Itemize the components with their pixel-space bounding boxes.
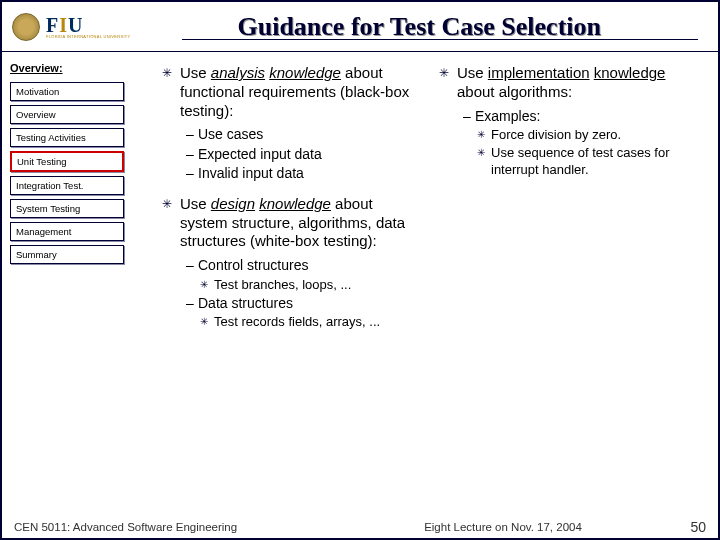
text: Use: [180, 195, 211, 212]
sidebar-item-testing-activities[interactable]: Testing Activities: [10, 128, 124, 147]
sub-sub-bullet: Force division by zero.: [439, 127, 698, 143]
text-underlined: design: [211, 195, 255, 212]
column-left: Use analysis knowledge about functional …: [162, 64, 421, 508]
logo-subtitle: FLORIDA INTERNATIONAL UNIVERSITY: [46, 35, 131, 39]
sidebar-item-system-testing[interactable]: System Testing: [10, 199, 124, 218]
sidebar-item-motivation[interactable]: Motivation: [10, 82, 124, 101]
sidebar-item-unit-testing[interactable]: Unit Testing: [10, 151, 124, 172]
sidebar-item-management[interactable]: Management: [10, 222, 124, 241]
sidebar-item-integration-test[interactable]: Integration Test.: [10, 176, 124, 195]
sub-sub-bullet: Use sequence of test cases for interrupt…: [439, 145, 698, 178]
logo: FIU FLORIDA INTERNATIONAL UNIVERSITY: [12, 13, 131, 41]
sub-bullet: Data structures: [162, 295, 421, 313]
sub-sub-bullet: Test branches, loops, ...: [162, 277, 421, 293]
text: Use: [180, 64, 211, 81]
column-right: Use implementation knowledge about algor…: [439, 64, 698, 508]
content-area: Use analysis knowledge about functional …: [132, 52, 718, 516]
footer: CEN 5011: Advanced Software Engineering …: [2, 516, 718, 538]
footer-lecture: Eight Lecture on Nov. 17, 2004: [340, 521, 666, 533]
bullet-analysis: Use analysis knowledge about functional …: [162, 64, 421, 120]
bullet-implementation: Use implementation knowledge about algor…: [439, 64, 698, 102]
sidebar-item-summary[interactable]: Summary: [10, 245, 124, 264]
footer-page-number: 50: [666, 519, 706, 535]
slide-body: Overview: Motivation Overview Testing Ac…: [2, 52, 718, 516]
sub-bullet: Examples:: [439, 108, 698, 126]
slide-title: Guidance for Test Case Selection: [131, 12, 709, 42]
slide: FIU FLORIDA INTERNATIONAL UNIVERSITY Gui…: [0, 0, 720, 540]
logo-text: FIU FLORIDA INTERNATIONAL UNIVERSITY: [46, 15, 131, 39]
text-underlined: analysis: [211, 64, 265, 81]
sub-bullet: Use cases: [162, 126, 421, 144]
sidebar-heading: Overview:: [10, 62, 124, 74]
sidebar-item-overview[interactable]: Overview: [10, 105, 124, 124]
text-underlined: knowledge: [594, 64, 666, 81]
bullet-design: Use design knowledge about system struct…: [162, 195, 421, 251]
text-underlined: knowledge: [259, 195, 331, 212]
university-seal-icon: [12, 13, 40, 41]
text-underlined: implementation: [488, 64, 590, 81]
sidebar: Overview: Motivation Overview Testing Ac…: [2, 52, 132, 516]
footer-course: CEN 5011: Advanced Software Engineering: [14, 521, 340, 533]
logo-acronym: FIU: [46, 15, 131, 35]
title-underline: [182, 39, 698, 40]
sub-bullet: Control structures: [162, 257, 421, 275]
text-underlined: knowledge: [269, 64, 341, 81]
slide-header: FIU FLORIDA INTERNATIONAL UNIVERSITY Gui…: [2, 2, 718, 52]
sub-sub-bullet: Test records fields, arrays, ...: [162, 314, 421, 330]
sub-bullet: Invalid input data: [162, 165, 421, 183]
text: about algorithms:: [457, 83, 572, 100]
text: Use: [457, 64, 488, 81]
sub-bullet: Expected input data: [162, 146, 421, 164]
